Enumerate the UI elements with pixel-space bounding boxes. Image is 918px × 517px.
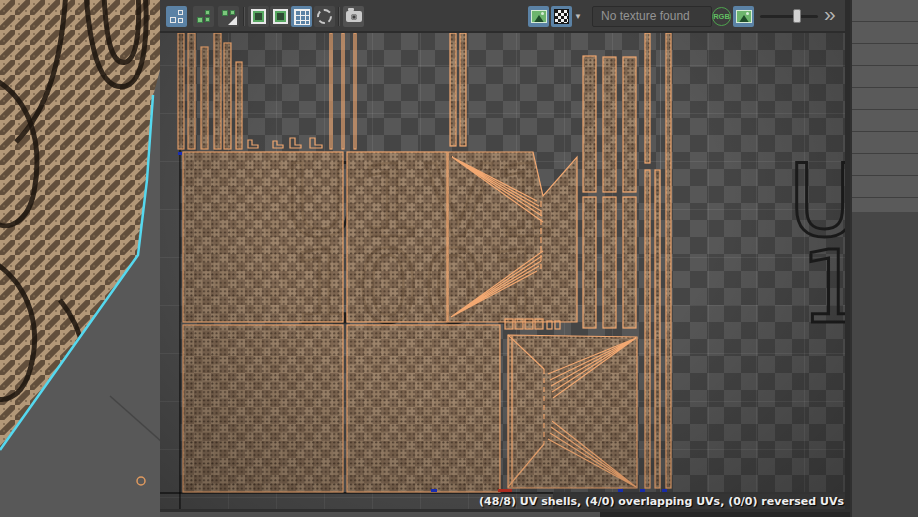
rgb-channels-icon[interactable]: RGB bbox=[712, 7, 731, 26]
toolbar-separator bbox=[243, 7, 245, 26]
udim-label-number: 1 bbox=[800, 229, 850, 346]
texture-name-field[interactable]: No texture found bbox=[592, 6, 712, 27]
image-display-button[interactable] bbox=[528, 6, 549, 27]
pinch-button[interactable] bbox=[314, 6, 335, 27]
uv-status-bar: (48/8) UV shells, (4/0) overlapping UVs,… bbox=[553, 492, 850, 510]
uv-shells-canvas: U1V1 1001 U 1 bbox=[160, 33, 850, 512]
border-shaded-button[interactable] bbox=[270, 6, 291, 27]
background-bottom-strip bbox=[160, 512, 850, 517]
uv-layout-button[interactable] bbox=[166, 6, 187, 27]
image-icon bbox=[531, 10, 547, 23]
panel-border bbox=[160, 509, 850, 512]
image-icon bbox=[736, 10, 752, 23]
grid-icon bbox=[294, 9, 310, 25]
channel-box-edge bbox=[850, 0, 918, 517]
uv-editor-panel: ▼ No texture found RGB » bbox=[160, 0, 850, 512]
image-ratio-button[interactable] bbox=[733, 6, 754, 27]
uv-statistics-text: (48/8) UV shells, (4/0) overlapping UVs,… bbox=[479, 495, 844, 508]
border-edges-button[interactable] bbox=[248, 6, 269, 27]
3d-model-view bbox=[0, 0, 160, 517]
border-shaded-icon bbox=[273, 9, 288, 24]
expand-toolbar-chevron[interactable]: » bbox=[824, 2, 834, 26]
uv-shells-scale-button[interactable] bbox=[218, 6, 239, 27]
uv-marker-dot bbox=[137, 477, 145, 485]
udim-label-partial: U 1 bbox=[788, 143, 850, 346]
camera-icon bbox=[346, 11, 362, 22]
uv-shells-move-button[interactable] bbox=[193, 6, 214, 27]
checker-icon bbox=[554, 9, 569, 24]
ground-grid-line bbox=[110, 396, 160, 442]
dashed-circle-icon bbox=[317, 9, 332, 24]
dim-image-slider[interactable] bbox=[760, 15, 818, 18]
triangle-glyph bbox=[228, 16, 237, 25]
slider-handle[interactable] bbox=[793, 9, 801, 23]
toolbar-separator bbox=[338, 7, 340, 26]
checker-texture-button[interactable] bbox=[551, 6, 572, 27]
3d-viewport[interactable] bbox=[0, 0, 160, 517]
border-edges-icon bbox=[251, 9, 266, 24]
uv-viewport[interactable]: U1V1 1001 U 1 bbox=[160, 33, 850, 512]
checker-grid-button[interactable] bbox=[291, 6, 312, 27]
uv-snapshot-button[interactable] bbox=[343, 6, 364, 27]
dropdown-caret-icon[interactable]: ▼ bbox=[574, 12, 582, 21]
channel-rows bbox=[852, 0, 918, 212]
uv-toolbar: ▼ No texture found RGB » bbox=[160, 0, 850, 33]
panel-border bbox=[845, 0, 850, 512]
